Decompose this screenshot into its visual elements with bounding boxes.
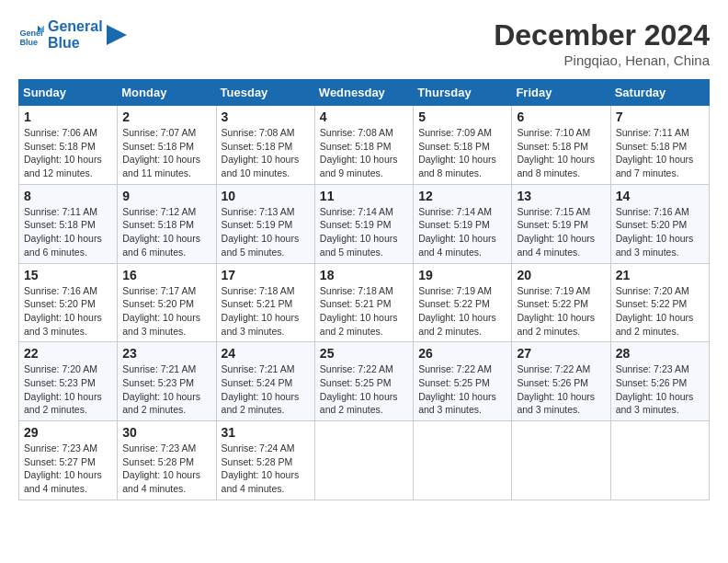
day-info: Sunrise: 7:13 AM Sunset: 5:19 PM Dayligh… — [222, 205, 310, 259]
calendar-cell: 17Sunrise: 7:18 AM Sunset: 5:21 PM Dayli… — [216, 263, 314, 342]
weekday-header-sunday: Sunday — [19, 80, 118, 106]
day-info: Sunrise: 7:14 AM Sunset: 5:19 PM Dayligh… — [320, 205, 408, 259]
day-info: Sunrise: 7:08 AM Sunset: 5:18 PM Dayligh… — [320, 126, 408, 180]
weekday-header-tuesday: Tuesday — [216, 80, 314, 106]
day-info: Sunrise: 7:18 AM Sunset: 5:21 PM Dayligh… — [320, 284, 408, 339]
calendar-cell: 3Sunrise: 7:08 AM Sunset: 5:18 PM Daylig… — [216, 106, 314, 185]
day-info: Sunrise: 7:20 AM Sunset: 5:23 PM Dayligh… — [24, 362, 112, 417]
day-info: Sunrise: 7:23 AM Sunset: 5:28 PM Dayligh… — [122, 442, 210, 496]
day-info: Sunrise: 7:08 AM Sunset: 5:18 PM Dayligh… — [222, 126, 310, 180]
calendar-week-1: 1Sunrise: 7:06 AM Sunset: 5:18 PM Daylig… — [19, 106, 710, 185]
day-number: 1 — [24, 109, 112, 124]
day-number: 18 — [320, 268, 408, 282]
day-info: Sunrise: 7:18 AM Sunset: 5:21 PM Dayligh… — [222, 284, 310, 339]
day-number: 31 — [222, 425, 310, 440]
calendar-cell: 21Sunrise: 7:20 AM Sunset: 5:22 PM Dayli… — [610, 263, 709, 342]
weekday-header-wednesday: Wednesday — [314, 80, 413, 106]
day-info: Sunrise: 7:16 AM Sunset: 5:20 PM Dayligh… — [616, 205, 704, 259]
day-info: Sunrise: 7:22 AM Sunset: 5:25 PM Dayligh… — [320, 362, 408, 417]
calendar-cell: 6Sunrise: 7:10 AM Sunset: 5:18 PM Daylig… — [512, 106, 610, 185]
calendar-body: 1Sunrise: 7:06 AM Sunset: 5:18 PM Daylig… — [19, 106, 710, 500]
day-number: 13 — [517, 189, 605, 203]
day-number: 3 — [222, 109, 310, 124]
day-info: Sunrise: 7:19 AM Sunset: 5:22 PM Dayligh… — [418, 284, 506, 339]
calendar-cell: 7Sunrise: 7:11 AM Sunset: 5:18 PM Daylig… — [610, 106, 709, 185]
calendar-cell: 16Sunrise: 7:17 AM Sunset: 5:20 PM Dayli… — [118, 263, 216, 342]
day-number: 6 — [517, 109, 605, 124]
day-number: 25 — [320, 346, 408, 361]
calendar-cell: 14Sunrise: 7:16 AM Sunset: 5:20 PM Dayli… — [610, 184, 709, 263]
calendar-cell: 11Sunrise: 7:14 AM Sunset: 5:19 PM Dayli… — [314, 184, 413, 263]
calendar-cell: 1Sunrise: 7:06 AM Sunset: 5:18 PM Daylig… — [19, 106, 118, 185]
day-number: 20 — [517, 268, 605, 282]
day-info: Sunrise: 7:19 AM Sunset: 5:22 PM Dayligh… — [517, 284, 605, 339]
calendar-cell: 8Sunrise: 7:11 AM Sunset: 5:18 PM Daylig… — [19, 184, 118, 263]
calendar-cell: 22Sunrise: 7:20 AM Sunset: 5:23 PM Dayli… — [19, 342, 118, 421]
day-info: Sunrise: 7:07 AM Sunset: 5:18 PM Dayligh… — [122, 126, 210, 180]
day-number: 21 — [616, 268, 704, 282]
day-info: Sunrise: 7:22 AM Sunset: 5:26 PM Dayligh… — [517, 362, 605, 417]
day-info: Sunrise: 7:22 AM Sunset: 5:25 PM Dayligh… — [418, 362, 506, 417]
calendar-cell: 13Sunrise: 7:15 AM Sunset: 5:19 PM Dayli… — [512, 184, 610, 263]
svg-text:Blue: Blue — [19, 37, 38, 46]
day-number: 9 — [122, 189, 210, 203]
weekday-header-monday: Monday — [118, 80, 216, 106]
day-info: Sunrise: 7:11 AM Sunset: 5:18 PM Dayligh… — [616, 126, 704, 180]
day-info: Sunrise: 7:23 AM Sunset: 5:26 PM Dayligh… — [616, 362, 704, 417]
calendar-cell — [314, 421, 413, 500]
day-info: Sunrise: 7:20 AM Sunset: 5:22 PM Dayligh… — [616, 284, 704, 339]
calendar-cell: 19Sunrise: 7:19 AM Sunset: 5:22 PM Dayli… — [414, 263, 512, 342]
day-number: 4 — [320, 109, 408, 124]
header: General Blue General Blue December 2024 … — [18, 18, 710, 68]
calendar-cell: 12Sunrise: 7:14 AM Sunset: 5:19 PM Dayli… — [414, 184, 512, 263]
day-info: Sunrise: 7:21 AM Sunset: 5:23 PM Dayligh… — [122, 362, 210, 417]
day-info: Sunrise: 7:16 AM Sunset: 5:20 PM Dayligh… — [24, 284, 112, 339]
logo-arrow-icon — [107, 25, 127, 45]
weekday-header-row: SundayMondayTuesdayWednesdayThursdayFrid… — [19, 80, 710, 106]
calendar-cell: 18Sunrise: 7:18 AM Sunset: 5:21 PM Dayli… — [314, 263, 413, 342]
day-number: 10 — [222, 189, 310, 203]
day-info: Sunrise: 7:15 AM Sunset: 5:19 PM Dayligh… — [517, 205, 605, 259]
weekday-header-thursday: Thursday — [414, 80, 512, 106]
day-number: 19 — [418, 268, 506, 282]
calendar-cell — [610, 421, 709, 500]
day-number: 16 — [122, 268, 210, 282]
month-title: December 2024 — [494, 18, 710, 52]
calendar-cell: 4Sunrise: 7:08 AM Sunset: 5:18 PM Daylig… — [314, 106, 413, 185]
day-number: 23 — [122, 346, 210, 361]
weekday-header-friday: Friday — [512, 80, 610, 106]
calendar-cell: 5Sunrise: 7:09 AM Sunset: 5:18 PM Daylig… — [414, 106, 512, 185]
day-info: Sunrise: 7:06 AM Sunset: 5:18 PM Dayligh… — [24, 126, 112, 180]
calendar-cell: 9Sunrise: 7:12 AM Sunset: 5:18 PM Daylig… — [118, 184, 216, 263]
day-number: 22 — [24, 346, 112, 361]
day-info: Sunrise: 7:17 AM Sunset: 5:20 PM Dayligh… — [122, 284, 210, 339]
calendar-cell: 26Sunrise: 7:22 AM Sunset: 5:25 PM Dayli… — [414, 342, 512, 421]
day-number: 12 — [418, 189, 506, 203]
day-number: 24 — [222, 346, 310, 361]
calendar-cell: 24Sunrise: 7:21 AM Sunset: 5:24 PM Dayli… — [216, 342, 314, 421]
day-info: Sunrise: 7:14 AM Sunset: 5:19 PM Dayligh… — [418, 205, 506, 259]
calendar-cell: 27Sunrise: 7:22 AM Sunset: 5:26 PM Dayli… — [512, 342, 610, 421]
calendar-cell: 30Sunrise: 7:23 AM Sunset: 5:28 PM Dayli… — [118, 421, 216, 500]
calendar-cell: 10Sunrise: 7:13 AM Sunset: 5:19 PM Dayli… — [216, 184, 314, 263]
logo-general: General — [48, 18, 103, 35]
calendar-cell: 31Sunrise: 7:24 AM Sunset: 5:28 PM Dayli… — [216, 421, 314, 500]
day-info: Sunrise: 7:10 AM Sunset: 5:18 PM Dayligh… — [517, 126, 605, 180]
day-info: Sunrise: 7:23 AM Sunset: 5:27 PM Dayligh… — [24, 442, 112, 496]
day-info: Sunrise: 7:12 AM Sunset: 5:18 PM Dayligh… — [122, 205, 210, 259]
weekday-header-saturday: Saturday — [610, 80, 709, 106]
calendar-cell — [512, 421, 610, 500]
calendar-cell — [414, 421, 512, 500]
day-number: 26 — [418, 346, 506, 361]
day-info: Sunrise: 7:09 AM Sunset: 5:18 PM Dayligh… — [418, 126, 506, 180]
calendar: SundayMondayTuesdayWednesdayThursdayFrid… — [18, 79, 710, 500]
day-number: 11 — [320, 189, 408, 203]
calendar-week-2: 8Sunrise: 7:11 AM Sunset: 5:18 PM Daylig… — [19, 184, 710, 263]
day-number: 5 — [418, 109, 506, 124]
day-number: 14 — [616, 189, 704, 203]
calendar-cell: 20Sunrise: 7:19 AM Sunset: 5:22 PM Dayli… — [512, 263, 610, 342]
day-number: 29 — [24, 425, 112, 440]
day-info: Sunrise: 7:24 AM Sunset: 5:28 PM Dayligh… — [222, 442, 310, 496]
calendar-cell: 25Sunrise: 7:22 AM Sunset: 5:25 PM Dayli… — [314, 342, 413, 421]
calendar-cell: 2Sunrise: 7:07 AM Sunset: 5:18 PM Daylig… — [118, 106, 216, 185]
